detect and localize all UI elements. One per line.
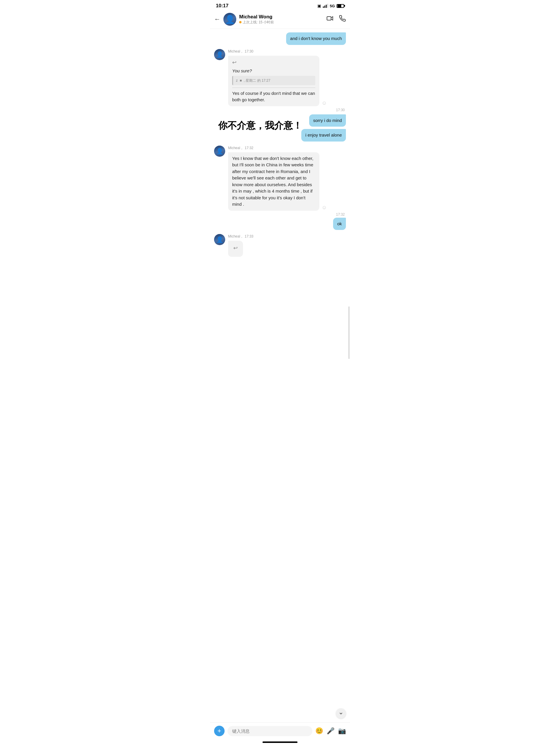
incoming-bubble: Yes I know that we don't know each other… <box>228 152 319 211</box>
message-text: i enjoy travel alone <box>305 132 342 137</box>
message-body: Yes of course if you don't mind that we … <box>232 90 315 103</box>
message-content: Micheal， 17:30 ↩ You sure? z ■ , 星期二 的 1… <box>228 49 327 106</box>
bubble-wrapper: ↩ You sure? z ■ , 星期二 的 17:27 Yes of cou… <box>228 56 327 106</box>
message-text: sorry i do mind <box>313 118 342 123</box>
header-info: Micheal Wong 上次上线: 15 小时前 <box>239 14 327 25</box>
message-input[interactable] <box>228 726 312 736</box>
message-content: 17:32 ok <box>333 215 346 230</box>
video-call-button[interactable] <box>327 15 334 24</box>
network-label: 5G <box>330 4 335 8</box>
message-meta: Micheal， 17:32 <box>228 146 327 151</box>
signal-bar-3 <box>326 5 327 8</box>
quote-divider <box>232 87 315 88</box>
sender-name: Micheal， <box>228 146 243 150</box>
reply-icon: ↩ <box>233 244 238 252</box>
header-actions <box>327 15 346 24</box>
contact-name: Micheal Wong <box>239 14 327 20</box>
voice-call-button[interactable] <box>339 15 346 24</box>
message-content: and i don't know you much <box>286 32 346 45</box>
message-meta: Micheal， 17:30 <box>228 49 327 54</box>
home-indicator <box>210 739 350 747</box>
avatar-image <box>223 13 236 26</box>
online-indicator <box>239 21 241 23</box>
message-row: 👤 Micheal， 17:33 ↩ <box>214 234 346 257</box>
signal-bar-4 <box>327 4 328 8</box>
message-time-standalone: 17:30 <box>336 108 346 112</box>
bubble-wrapper: Yes I know that we don't know each other… <box>228 152 327 211</box>
status-time: 10:17 <box>216 3 229 9</box>
outgoing-bubble: ok <box>333 218 346 230</box>
reply-icon: ↩ <box>232 59 315 67</box>
quote-block: z ■ , 星期二 的 17:27 <box>232 76 315 85</box>
microphone-button[interactable]: 🎤 <box>327 727 335 735</box>
input-bar: + 😊 🎤 📷 <box>210 722 350 739</box>
message-row: 👤 Micheal， 17:30 ↩ You sure? z ■ , 星期二 的… <box>214 49 346 106</box>
message-meta: Micheal， 17:33 <box>228 234 254 239</box>
contact-status: 上次上线: 15 小时前 <box>239 20 327 25</box>
message-content: Micheal， 17:32 Yes I know that we don't … <box>228 146 327 211</box>
sim-icon: ▣ <box>317 3 321 8</box>
italic-text: You sure? <box>232 68 315 74</box>
message-text: and i don't know you much <box>290 36 342 41</box>
input-icons: 😊 🎤 📷 <box>315 727 346 735</box>
battery-icon <box>337 4 344 8</box>
message-time: 17:32 <box>245 146 254 150</box>
message-content: Micheal， 17:33 ↩ <box>228 234 254 257</box>
scrollbar-thumb[interactable] <box>349 306 349 359</box>
battery-fill <box>338 5 341 7</box>
back-button[interactable]: ← <box>214 16 220 23</box>
emoji-button[interactable]: 😊 <box>315 727 323 735</box>
svg-rect-0 <box>327 17 331 20</box>
signal-bars <box>323 4 328 8</box>
quote-text: z ■ , 星期二 的 17:27 <box>236 78 270 83</box>
contact-avatar <box>223 13 236 26</box>
message-text: Yes I know that we don't know each other… <box>232 156 313 207</box>
sender-avatar: 👤 <box>214 234 225 245</box>
sender-name: Micheal， <box>228 49 243 53</box>
chat-area: and i don't know you much 👤 Micheal， 17:… <box>210 29 350 260</box>
outgoing-group: 17:30 sorry i do mind i enjoy travel alo… <box>214 110 346 141</box>
home-bar <box>263 742 297 743</box>
message-text: ok <box>337 221 342 226</box>
incoming-bubble: ↩ You sure? z ■ , 星期二 的 17:27 Yes of cou… <box>228 56 319 106</box>
camera-button[interactable]: 📷 <box>338 727 346 735</box>
signal-bar-2 <box>324 5 325 8</box>
message-row: and i don't know you much <box>214 32 346 45</box>
outgoing-bubble: i enjoy travel alone <box>301 129 346 141</box>
outgoing-bubble: and i don't know you much <box>286 32 346 45</box>
add-button[interactable]: + <box>214 726 224 736</box>
chat-header: ← Micheal Wong 上次上线: 15 小时前 <box>210 10 350 29</box>
plus-icon: + <box>218 727 221 735</box>
signal-bar-1 <box>323 6 324 8</box>
emoji-reaction-button[interactable]: ☺ <box>322 205 327 211</box>
watermark-area: 17:30 sorry i do mind i enjoy travel alo… <box>214 110 346 141</box>
emoji-reaction-button[interactable]: ☺ <box>322 100 327 106</box>
message-time: 17:30 <box>245 49 254 53</box>
sender-avatar: 👤 <box>214 146 225 157</box>
message-row: 17:32 ok <box>214 215 346 230</box>
sender-name: Micheal， <box>228 234 243 238</box>
status-bar: 10:17 ▣ 5G <box>210 0 350 10</box>
last-seen-text: 上次上线: 15 小时前 <box>243 20 274 25</box>
incoming-bubble: ↩ <box>228 241 243 257</box>
scroll-down-button[interactable] <box>336 709 346 718</box>
sender-avatar: 👤 <box>214 49 225 60</box>
status-icons: ▣ 5G <box>317 3 344 8</box>
message-time-standalone: 17:32 <box>336 212 346 216</box>
bubble-wrapper: ↩ <box>228 241 254 257</box>
message-time: 17:33 <box>245 234 254 238</box>
outgoing-bubble: sorry i do mind <box>309 114 346 127</box>
scrollbar-track <box>349 29 349 722</box>
message-row: 👤 Micheal， 17:32 Yes I know that we don'… <box>214 146 346 211</box>
